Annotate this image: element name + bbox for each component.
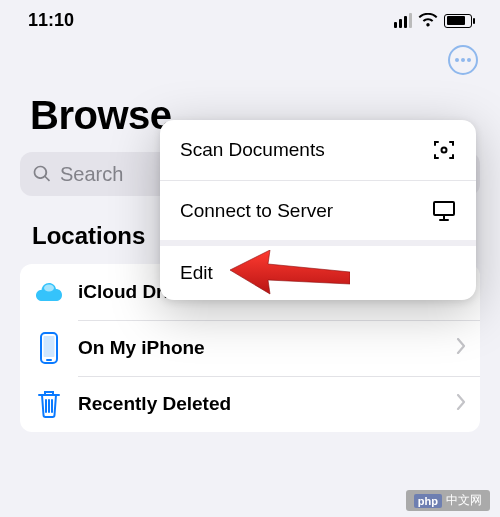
iphone-icon (32, 331, 66, 365)
search-icon (32, 164, 52, 184)
svg-point-2 (467, 58, 471, 62)
search-placeholder: Search (60, 163, 123, 186)
context-menu: Scan Documents Connect to Server Edit (160, 120, 476, 300)
menu-item-edit[interactable]: Edit (160, 240, 476, 300)
cloud-icon (32, 275, 66, 309)
location-item-iphone[interactable]: On My iPhone (20, 320, 480, 376)
scan-icon (432, 138, 456, 162)
chevron-right-icon (456, 394, 466, 414)
svg-point-0 (455, 58, 459, 62)
svg-rect-6 (46, 359, 52, 361)
watermark-text: 中文网 (446, 492, 482, 509)
battery-icon (444, 14, 472, 28)
more-menu-button[interactable] (448, 45, 478, 75)
svg-point-1 (461, 58, 465, 62)
svg-rect-5 (44, 336, 55, 357)
menu-item-label: Connect to Server (180, 200, 333, 222)
ellipsis-icon (455, 58, 471, 62)
watermark-brand: php (414, 494, 442, 508)
status-icons (394, 13, 472, 28)
svg-point-7 (442, 148, 447, 153)
wifi-icon (418, 13, 438, 28)
svg-rect-8 (434, 202, 454, 215)
cellular-signal-icon (394, 13, 412, 28)
menu-item-label: Scan Documents (180, 139, 325, 161)
server-icon (432, 199, 456, 223)
watermark: php 中文网 (406, 490, 490, 511)
location-label: On My iPhone (78, 337, 456, 359)
location-item-recently-deleted[interactable]: Recently Deleted (20, 376, 480, 432)
menu-item-label: Edit (180, 262, 213, 284)
menu-item-connect-to-server[interactable]: Connect to Server (160, 180, 476, 240)
status-bar: 11:10 (0, 0, 500, 35)
trash-icon (32, 387, 66, 421)
svg-point-3 (44, 285, 54, 292)
menu-item-scan-documents[interactable]: Scan Documents (160, 120, 476, 180)
status-time: 11:10 (28, 10, 74, 31)
location-label: Recently Deleted (78, 393, 456, 415)
chevron-right-icon (456, 338, 466, 358)
